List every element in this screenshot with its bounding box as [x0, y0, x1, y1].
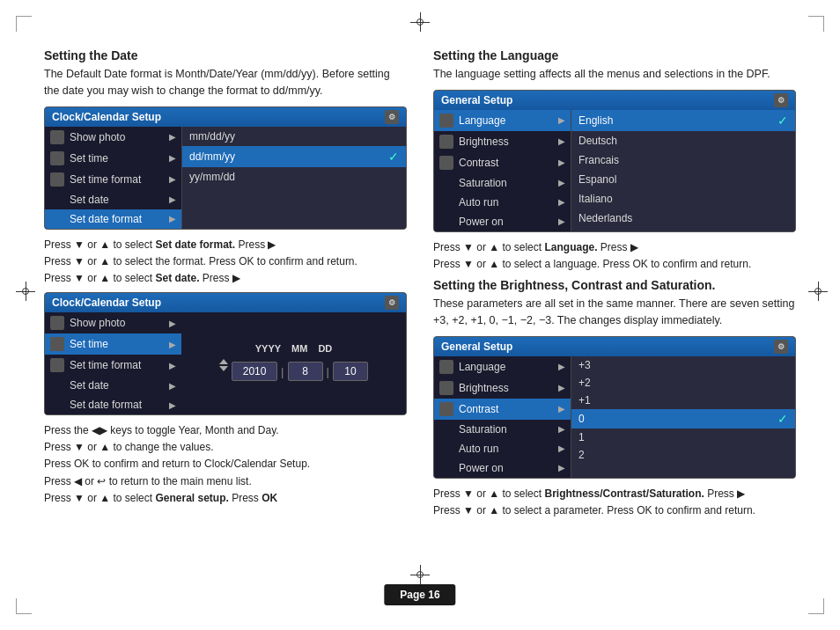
- left-column: Setting the Date The Default Date format…: [44, 48, 407, 524]
- bright-val-plus3[interactable]: +3: [571, 356, 795, 374]
- year-field[interactable]: 2010: [232, 362, 277, 381]
- lang-item-brightness[interactable]: Brightness ▶: [434, 131, 571, 152]
- right-column: Setting the Language The language settin…: [433, 48, 796, 524]
- date-input-area: YYYY MM DD 2010 | 8 |: [181, 312, 406, 414]
- bright-val-2[interactable]: 2: [571, 446, 795, 464]
- bright-item-contrast[interactable]: Contrast ▶: [434, 399, 571, 420]
- month-field[interactable]: 8: [288, 362, 323, 381]
- bright-menu-right: +3 +2 +1 0 ✓ 1 2: [571, 356, 795, 478]
- lang-clock-icon: [439, 135, 453, 149]
- menu2-item-set-date-format[interactable]: Set date format ▶: [45, 395, 181, 414]
- bright-section-title: Setting the Brightness, Contrast and Sat…: [433, 278, 796, 292]
- clock-calendar-menu-2: Clock/Calendar Setup ⚙ Show photo ▶ Set …: [44, 292, 407, 415]
- lang-calendar-icon: [439, 114, 453, 128]
- bright-item-autorun[interactable]: Auto run ▶: [434, 439, 571, 458]
- lang-right-espanol[interactable]: Espanol: [571, 170, 795, 189]
- crosshair-right: [808, 282, 828, 301]
- menu1-item-set-time-format[interactable]: Set time format ▶: [45, 169, 181, 190]
- year-arrows[interactable]: [219, 359, 228, 371]
- gear-icon: [50, 172, 64, 187]
- crosshair-left: [16, 282, 35, 301]
- bright-menu-left: Language ▶ Brightness ▶ Contrast ▶: [434, 356, 571, 478]
- lang-item-power[interactable]: Power on ▶: [434, 212, 571, 231]
- date-section-desc: The Default Date format is Month/Date/Ye…: [44, 66, 407, 99]
- bright-item-power[interactable]: Power on ▶: [434, 458, 571, 478]
- bright-clock-icon: [439, 381, 453, 395]
- instructions-1: Press ▼ or ▲ to select Set date format. …: [44, 237, 407, 288]
- menu2-item-set-time[interactable]: Set time ▶: [45, 333, 181, 355]
- bright-val-plus1[interactable]: +1: [571, 392, 795, 409]
- bright-gear-icon: [439, 402, 453, 416]
- lang-section-desc: The language setting affects all the men…: [433, 66, 796, 83]
- lang-menu-header-icon: ⚙: [774, 93, 788, 107]
- bright-instructions: Press ▼ or ▲ to select Brightness/Contra…: [433, 486, 796, 519]
- crosshair-top: [410, 12, 430, 32]
- clock-icon-2: [50, 337, 64, 351]
- bright-item-brightness[interactable]: Brightness ▶: [434, 377, 571, 399]
- date-section-title: Setting the Date: [44, 48, 407, 62]
- day-field[interactable]: 10: [333, 362, 368, 381]
- menu1-right-mdy[interactable]: mm/dd/yy: [182, 127, 406, 146]
- bright-section-desc: These parameters are all set in the same…: [433, 296, 796, 329]
- bright-item-language[interactable]: Language ▶: [434, 356, 571, 377]
- language-menu: General Setup ⚙ Language ▶ Brightness: [433, 90, 796, 232]
- clock-icon: [50, 151, 64, 165]
- menu2-left: Show photo ▶ Set time ▶ Set time format …: [45, 312, 181, 414]
- menu2-item-set-time-format[interactable]: Set time format ▶: [45, 355, 181, 376]
- menu2-body: Show photo ▶ Set time ▶ Set time format …: [45, 312, 406, 414]
- lang-section-title: Setting the Language: [433, 48, 796, 62]
- lang-menu-body: Language ▶ Brightness ▶ Contrast ▶: [434, 110, 795, 231]
- lang-instructions: Press ▼ or ▲ to select Language. Press ▶…: [433, 239, 796, 273]
- menu1-left: Show photo ▶ Set time ▶ Set time format …: [45, 127, 181, 229]
- calendar-icon: [50, 130, 64, 144]
- lang-item-saturation[interactable]: Saturation ▶: [434, 173, 571, 193]
- menu1-right: mm/dd/yy dd/mm/yy ✓ yy/mm/dd: [181, 127, 406, 229]
- page-number-badge: Page 16: [384, 584, 455, 605]
- lang-menu-right: English ✓ Deutsch Francais Espanol: [571, 110, 795, 231]
- bright-menu-header-icon: ⚙: [774, 340, 788, 354]
- menu1-item-show-photo[interactable]: Show photo ▶: [45, 127, 181, 148]
- menu1-header-icon: ⚙: [385, 110, 399, 124]
- bright-val-zero[interactable]: 0 ✓: [571, 409, 795, 429]
- calendar-icon-2: [50, 316, 64, 330]
- lang-right-francais[interactable]: Francais: [571, 150, 795, 170]
- gear-icon-2: [50, 358, 64, 372]
- menu1-item-set-time[interactable]: Set time ▶: [45, 148, 181, 169]
- year-up-arrow[interactable]: [219, 359, 228, 364]
- menu1-right-dmy[interactable]: dd/mm/yy ✓: [182, 146, 406, 167]
- menu2-header-icon: ⚙: [385, 296, 399, 310]
- bright-val-plus2[interactable]: +2: [571, 374, 795, 392]
- corner-mark-bl: [16, 598, 32, 614]
- lang-right-deutsch[interactable]: Deutsch: [571, 131, 795, 150]
- year-down-arrow[interactable]: [219, 366, 228, 371]
- lang-right-italiano[interactable]: Italiano: [571, 189, 795, 209]
- lang-menu-header: General Setup ⚙: [434, 91, 795, 110]
- menu1-right-ymd[interactable]: yy/mm/dd: [182, 167, 406, 187]
- lang-right-nederlands[interactable]: Nederlands: [571, 209, 795, 228]
- menu1-body: Show photo ▶ Set time ▶ Set time format …: [45, 127, 406, 229]
- bright-val-1[interactable]: 1: [571, 429, 795, 446]
- menu1-item-set-date[interactable]: Set date ▶: [45, 190, 181, 209]
- bright-menu-body: Language ▶ Brightness ▶ Contrast ▶: [434, 356, 795, 478]
- brightness-menu: General Setup ⚙ Language ▶ Brightness: [433, 336, 796, 479]
- menu2-item-show-photo[interactable]: Show photo ▶: [45, 312, 181, 333]
- menu1-header: Clock/Calendar Setup ⚙: [45, 107, 406, 127]
- corner-mark-tl: [16, 16, 32, 32]
- date-picker-row: 2010 | 8 | 10: [219, 359, 368, 384]
- menu2-header: Clock/Calendar Setup ⚙: [45, 293, 406, 312]
- lang-item-contrast[interactable]: Contrast ▶: [434, 152, 571, 173]
- bright-menu-header: General Setup ⚙: [434, 337, 795, 356]
- lang-item-language[interactable]: Language ▶: [434, 110, 571, 131]
- lang-item-autorun[interactable]: Auto run ▶: [434, 193, 571, 212]
- lang-gear-icon: [439, 156, 453, 170]
- clock-calendar-menu-1: Clock/Calendar Setup ⚙ Show photo ▶ Set …: [44, 106, 407, 230]
- corner-mark-tr: [808, 16, 824, 32]
- corner-mark-br: [808, 598, 824, 614]
- menu1-item-set-date-format[interactable]: Set date format ▶: [45, 209, 181, 229]
- bright-item-saturation[interactable]: Saturation ▶: [434, 420, 571, 439]
- lang-right-english[interactable]: English ✓: [571, 110, 795, 131]
- lang-menu-left: Language ▶ Brightness ▶ Contrast ▶: [434, 110, 571, 231]
- bright-calendar-icon: [439, 360, 453, 374]
- date-header-row: YYYY MM DD: [255, 343, 333, 354]
- menu2-item-set-date[interactable]: Set date ▶: [45, 376, 181, 395]
